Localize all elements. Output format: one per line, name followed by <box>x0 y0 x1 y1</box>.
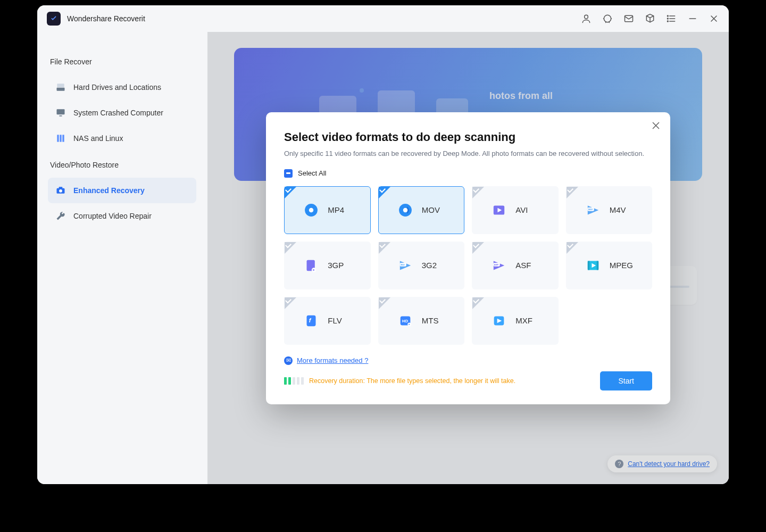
titlebar: Wondershare Recoverit <box>37 5 729 32</box>
mpeg-file-icon <box>584 256 602 275</box>
format-option-3gp[interactable]: 3GP <box>284 242 371 289</box>
titlebar-right <box>581 13 719 24</box>
svg-rect-43 <box>307 315 316 326</box>
check-corner-icon <box>379 187 390 198</box>
format-label: MXF <box>515 316 540 325</box>
check-corner-icon <box>285 242 296 254</box>
sidebar-item-label: Hard Drives and Locations <box>73 83 161 92</box>
select-all-label: Select All <box>298 169 326 177</box>
svg-rect-12 <box>62 135 64 142</box>
format-selection-modal: Select video formats to do deep scanning… <box>266 112 670 404</box>
check-corner-icon <box>472 242 484 254</box>
format-label: M4V <box>610 205 634 214</box>
check-corner-icon <box>285 297 296 309</box>
3g2-file-icon: 3G2 <box>396 256 414 275</box>
mov-file-icon <box>396 201 414 219</box>
user-icon[interactable] <box>581 13 592 24</box>
chat-bubble-icon: ✉ <box>284 356 293 365</box>
format-label: FLV <box>328 316 352 325</box>
svg-point-14 <box>59 189 62 193</box>
check-corner-icon <box>472 297 484 309</box>
duration-bars-icon <box>284 377 304 385</box>
sidebar-section-file-recover: File Recover <box>50 57 196 66</box>
menu-list-icon[interactable] <box>666 13 677 24</box>
sidebar-section-video-photo: Video/Photo Restore <box>50 161 196 169</box>
svg-rect-10 <box>57 135 59 142</box>
sidebar-item-hard-drives[interactable]: Hard Drives and Locations <box>48 74 196 100</box>
svg-point-5 <box>667 21 668 22</box>
select-all-row[interactable]: Select All <box>284 169 652 178</box>
hard-drive-icon <box>55 82 66 93</box>
wrench-icon <box>55 211 66 221</box>
format-option-mts[interactable]: HDMTS <box>378 297 465 345</box>
app-logo-icon <box>47 12 61 26</box>
body: File Recover Hard Drives and Locations S… <box>37 32 729 484</box>
camera-icon <box>55 185 66 196</box>
check-corner-icon <box>379 242 390 254</box>
start-button[interactable]: Start <box>600 371 652 390</box>
format-label: ASF <box>515 261 540 270</box>
check-corner-icon <box>567 242 578 254</box>
format-label: MOV <box>422 205 446 214</box>
server-icon <box>55 133 66 144</box>
select-all-checkbox-icon[interactable] <box>284 169 293 178</box>
more-formats-row: ✉ More formats needed ? <box>284 356 652 365</box>
format-label: 3GP <box>328 261 352 270</box>
modal-overlay: Select video formats to do deep scanning… <box>207 32 729 484</box>
svg-point-24 <box>403 207 408 212</box>
m4v-file-icon: M4V <box>584 201 602 219</box>
duration-text: Recovery duration: The more file types s… <box>309 377 515 385</box>
svg-rect-7 <box>57 84 64 87</box>
sidebar-item-label: Corrupted Video Repair <box>73 212 152 220</box>
mail-icon[interactable] <box>623 13 634 24</box>
svg-point-0 <box>585 15 588 19</box>
cube-icon[interactable] <box>645 13 655 24</box>
avi-file-icon <box>490 201 508 219</box>
app-window: Wondershare Recoverit File Recover Hard … <box>37 5 729 484</box>
close-window-icon[interactable] <box>709 13 719 24</box>
svg-rect-15 <box>59 187 63 188</box>
format-label: MP4 <box>328 205 352 214</box>
titlebar-left: Wondershare Recoverit <box>47 12 145 26</box>
mxf-file-icon <box>490 312 508 330</box>
svg-point-4 <box>667 18 668 19</box>
app-title: Wondershare Recoverit <box>67 14 145 23</box>
format-option-mpeg[interactable]: MPEG <box>566 242 653 289</box>
format-label: MTS <box>422 316 446 325</box>
format-option-3g2[interactable]: 3G23G2 <box>378 242 465 289</box>
close-icon[interactable] <box>650 120 662 131</box>
check-corner-icon <box>567 187 578 198</box>
sidebar-item-enhanced-recovery[interactable]: Enhanced Recovery <box>48 178 196 203</box>
sidebar-item-label: NAS and Linux <box>73 134 123 143</box>
sidebar-item-corrupted-repair[interactable]: Corrupted Video Repair <box>48 203 196 229</box>
format-option-avi[interactable]: AVI <box>472 186 559 234</box>
svg-point-1 <box>604 15 611 22</box>
format-option-mov[interactable]: MOV <box>378 186 465 234</box>
format-label: MPEG <box>610 261 634 270</box>
monitor-icon <box>55 107 66 118</box>
more-formats-link[interactable]: More formats needed ? <box>297 356 368 364</box>
sidebar-item-nas-linux[interactable]: NAS and Linux <box>48 126 196 151</box>
svg-rect-9 <box>60 115 62 117</box>
sidebar: File Recover Hard Drives and Locations S… <box>37 32 207 484</box>
duration-left: Recovery duration: The more file types s… <box>284 377 515 385</box>
format-option-mp4[interactable]: MP4 <box>284 186 371 234</box>
format-option-mxf[interactable]: MXF <box>472 297 559 345</box>
sidebar-item-label: Enhanced Recovery <box>73 186 145 195</box>
sidebar-item-system-crashed[interactable]: System Crashed Computer <box>48 100 196 126</box>
support-icon[interactable] <box>602 13 613 24</box>
mts-file-icon: HD <box>396 312 414 330</box>
format-option-asf[interactable]: ASFASF <box>472 242 559 289</box>
svg-rect-41 <box>597 261 598 270</box>
svg-text:HD: HD <box>402 318 409 323</box>
format-option-m4v[interactable]: M4VM4V <box>566 186 653 234</box>
svg-text:ASF: ASF <box>494 263 499 266</box>
duration-row: Recovery duration: The more file types s… <box>284 371 652 390</box>
minimize-icon[interactable] <box>687 13 698 24</box>
modal-subtitle: Only specific 11 video formats can be re… <box>284 149 652 157</box>
svg-rect-8 <box>57 109 65 114</box>
format-grid: MP4MOVAVIM4VM4V3GP3G23G2ASFASFMPEGfFLVHD… <box>284 186 652 345</box>
format-label: AVI <box>515 205 540 214</box>
mp4-file-icon <box>302 201 320 219</box>
format-option-flv[interactable]: fFLV <box>284 297 371 345</box>
